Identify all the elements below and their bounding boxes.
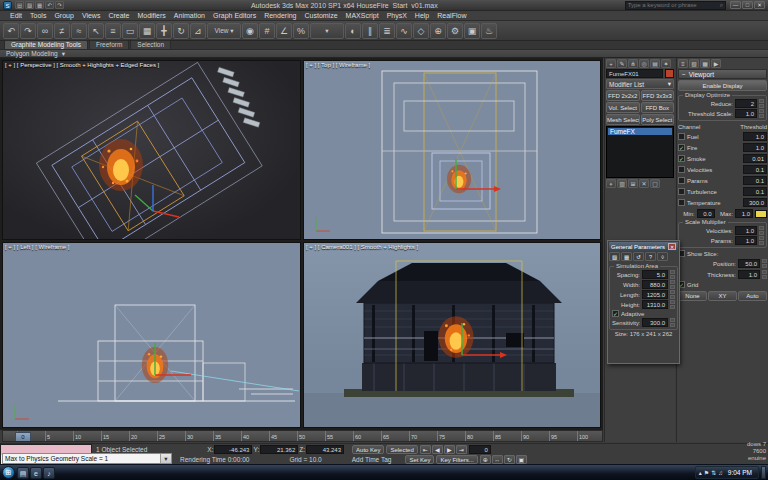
slice-auto-button[interactable]: Auto (738, 291, 767, 301)
search-icon[interactable]: ⌕ (720, 1, 723, 9)
tab-selection[interactable]: Selection (130, 40, 171, 49)
menu-item[interactable]: MAXScript (342, 11, 383, 20)
panel-expand-icon[interactable]: ▾ (62, 50, 65, 58)
temperature-checkbox[interactable] (678, 199, 685, 206)
fuel-threshold-field[interactable]: 1.0 (743, 132, 767, 141)
spinner[interactable] (759, 236, 764, 245)
fumefx-sim-icon[interactable]: ▶ (711, 59, 721, 68)
modifier-button[interactable]: FFD 2x2x2 (606, 90, 640, 101)
maximize-button[interactable]: □ (742, 1, 753, 9)
thickness-field[interactable]: 1.0 (738, 270, 760, 279)
z-coordinate-field[interactable]: 43.243 (306, 445, 344, 454)
viewport-perspective-label[interactable]: [ + ] [ Perspective ] [ Smooth + Highlig… (5, 62, 159, 68)
rect-region-icon[interactable]: ▭ (122, 23, 138, 39)
action-center-icon[interactable]: ⚑ (704, 469, 709, 476)
modifier-button[interactable]: Vol. Select (606, 102, 640, 113)
layer-manager-icon[interactable]: ≣ (379, 23, 395, 39)
use-pivot-icon[interactable]: ◉ (242, 23, 258, 39)
set-key-button[interactable]: Set Key (405, 455, 434, 464)
enable-display-button[interactable]: Enable Display (678, 80, 767, 91)
x-coordinate-field[interactable]: -46.243 (214, 445, 252, 454)
tab-freeform[interactable]: Freeform (89, 40, 129, 49)
menu-item[interactable]: RealFlow (433, 11, 470, 20)
network-icon[interactable]: ⇅ (711, 469, 716, 476)
snap-toggle-icon[interactable]: # (259, 23, 275, 39)
spinner[interactable] (670, 300, 675, 309)
previous-frame-button[interactable]: ◀ (432, 445, 443, 454)
make-unique-icon[interactable]: ⊞ (628, 179, 638, 188)
general-parameters-titlebar[interactable]: General Parameters ✕ (609, 242, 678, 251)
volume-icon[interactable]: ♫ (718, 470, 723, 476)
threshold-scale-field[interactable]: 1.0 (735, 109, 757, 118)
render-production-icon[interactable]: ♨ (481, 23, 497, 39)
minimize-button[interactable]: — (730, 1, 741, 9)
new-scene-icon[interactable]: ▤ (15, 1, 24, 9)
menu-item[interactable]: Group (50, 11, 77, 20)
fumefx-menu-icon[interactable]: ≡ (678, 59, 688, 68)
stack-item-fumefx[interactable]: FumeFX (608, 128, 672, 135)
select-rotate-icon[interactable]: ↻ (173, 23, 189, 39)
params-threshold-field[interactable]: 0.1 (743, 176, 767, 185)
menu-item[interactable]: Tools (26, 11, 50, 20)
velocities-threshold-field[interactable]: 0.1 (743, 165, 767, 174)
show-desktop-button[interactable] (761, 466, 766, 479)
maximize-viewport-icon[interactable]: ▣ (516, 455, 527, 464)
close-button[interactable]: ✕ (754, 1, 765, 9)
percent-snap-icon[interactable]: % (293, 23, 309, 39)
fire-checkbox[interactable]: ✓ (678, 144, 685, 151)
adaptive-checkbox[interactable]: ✓ (612, 310, 619, 317)
velocities-mult-field[interactable]: 1.0 (735, 226, 757, 235)
modifier-button[interactable]: Mesh Select (606, 114, 640, 125)
key-filters-button[interactable]: Key Filters... (436, 455, 477, 464)
channel-color-swatch[interactable] (755, 210, 767, 218)
fumefx-open-icon[interactable]: ▧ (689, 59, 699, 68)
gp-lock-icon[interactable]: ◊ (657, 252, 668, 261)
perspective-viewport-canvas[interactable] (3, 61, 301, 240)
spinner[interactable] (759, 99, 764, 108)
configure-modifier-sets-icon[interactable]: ▢ (650, 179, 660, 188)
select-object-icon[interactable]: ↖ (88, 23, 104, 39)
spacing-field[interactable]: 5.0 (642, 270, 668, 279)
params-checkbox[interactable] (678, 177, 685, 184)
viewport-perspective[interactable]: [ + ] [ Perspective ] [ Smooth + Highlig… (2, 60, 301, 240)
length-field[interactable]: 1205.0 (642, 290, 668, 299)
y-coordinate-field[interactable]: 21.362 (260, 445, 298, 454)
spinner[interactable] (670, 290, 675, 299)
go-to-end-button[interactable]: ⇥ (456, 445, 467, 454)
explorer-icon[interactable]: ▤ (17, 467, 29, 479)
rendered-frame-icon[interactable]: ▣ (464, 23, 480, 39)
smoke-threshold-field[interactable]: 0.01 (743, 154, 767, 163)
top-viewport-canvas[interactable] (304, 61, 601, 240)
reference-coordinate-dropdown[interactable]: View ▾ (207, 23, 241, 39)
max-field[interactable]: 1.0 (735, 209, 753, 218)
menu-item[interactable]: Rendering (260, 11, 300, 20)
mirror-icon[interactable]: ◐ (345, 23, 361, 39)
app-logo-icon[interactable]: S (3, 1, 12, 10)
taskbar-clock[interactable]: 9:04 PM (725, 469, 755, 476)
gp-save-icon[interactable]: ▦ (621, 252, 632, 261)
viewport-left[interactable]: [ + ] [ Left ] [ Wireframe ] (2, 242, 301, 428)
pan-icon[interactable]: ↔ (492, 455, 503, 464)
go-to-start-button[interactable]: ⇤ (420, 445, 431, 454)
select-link-icon[interactable]: ∞ (37, 23, 53, 39)
sensitivity-field[interactable]: 300.0 (642, 318, 668, 327)
slice-none-button[interactable]: None (678, 291, 707, 301)
start-button[interactable]: ⊞ (2, 466, 15, 479)
menu-item[interactable]: Help (411, 11, 433, 20)
show-end-result-icon[interactable]: ▥ (617, 179, 627, 188)
add-time-tag[interactable]: Add Time Tag (352, 456, 392, 463)
spinner[interactable] (759, 226, 764, 235)
zoom-icon[interactable]: ⊕ (480, 455, 491, 464)
gp-open-icon[interactable]: ▧ (609, 252, 620, 261)
play-button[interactable]: ▶ (444, 445, 455, 454)
modifier-stack[interactable]: FumeFX (606, 126, 674, 178)
redo-icon[interactable]: ↷ (20, 23, 36, 39)
reduce-field[interactable]: 2 (735, 99, 757, 108)
menu-item[interactable]: Customize (300, 11, 341, 20)
display-tab-icon[interactable]: ▤ (650, 59, 660, 68)
spinner[interactable] (670, 270, 675, 279)
spinner[interactable] (670, 318, 675, 327)
menu-item[interactable]: Edit (6, 11, 26, 20)
viewport-camera-label[interactable]: [ + ] [ Camera001 ] [ Smooth + Highlight… (306, 244, 418, 250)
unlink-icon[interactable]: ≠ (54, 23, 70, 39)
